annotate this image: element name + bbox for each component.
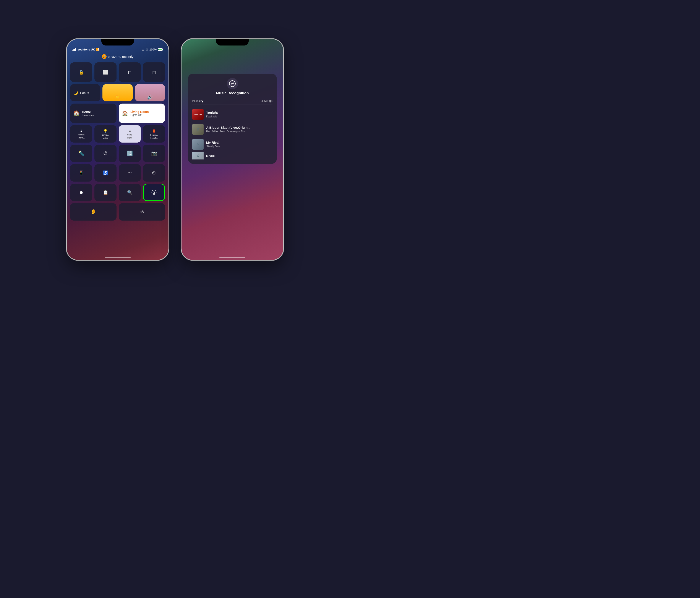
songs-count: 4 Songs (261, 99, 272, 102)
hearing-icon: 👂 (91, 209, 96, 215)
ben-art-text: 🎵 (197, 128, 199, 130)
screen-mirror-button[interactable]: ⬜ (95, 63, 117, 82)
bigger-blast-title: A Bigger Blast (Live;Origin... (206, 126, 250, 129)
my-rival-title: My Rival (206, 141, 220, 144)
living-room-subtitle: Lights Off (130, 114, 149, 117)
focus-button[interactable]: 🌙 Focus (70, 84, 100, 101)
song-item-my-rival[interactable]: 🎶 My Rival Steely Dan (192, 137, 272, 152)
shazam-button[interactable]: Ⓢ (143, 184, 165, 201)
brute-title: Brute (206, 154, 215, 158)
magnifier-icon: 🔍 (127, 190, 132, 195)
right-screen: Music Recognition History 4 Songs kaskad… (181, 39, 283, 260)
brute-art-text: 🎵 (197, 154, 199, 157)
conser-icon: 🏮 (152, 129, 156, 133)
waveform-button[interactable]: 〰 (119, 164, 141, 182)
battery-icon (158, 48, 163, 51)
remote-button[interactable]: 📱 (70, 164, 92, 182)
kitchen-label: Kitchen (78, 134, 84, 136)
status-left: vodafone UK 📶 (72, 48, 99, 51)
accessibility-icon: ♿ (103, 170, 108, 175)
button-4[interactable]: ◻ (143, 63, 165, 82)
text-size-button[interactable]: aA (119, 203, 165, 220)
widget-history-row: History 4 Songs (192, 99, 272, 104)
ben-art-bg: 🎵 (192, 124, 204, 135)
camera-button[interactable]: 📷 (143, 145, 165, 162)
living-lights-button[interactable]: 💡 Living... Lights (95, 125, 117, 143)
signal-bar-2 (73, 49, 74, 51)
song-art-steely: 🎶 (192, 139, 204, 150)
signal-bars (72, 48, 76, 51)
right-home-indicator[interactable] (219, 257, 245, 258)
focus-label: Focus (80, 91, 89, 95)
left-iphone: vodafone UK 📶 ▲ ⊙ 100% 🎤 (67, 39, 169, 260)
living-lights-label: Living... (102, 134, 109, 136)
notch (101, 39, 134, 46)
brightness-slider[interactable]: ☀️ (102, 84, 132, 101)
widget-title: Music Recognition (216, 91, 249, 95)
volume-slider[interactable]: 🔊 (135, 84, 165, 101)
song-art-kaskade: kaskade (192, 109, 204, 120)
record-button[interactable]: ⏺ (70, 184, 92, 201)
calculator-button[interactable]: 🔢 (119, 145, 141, 162)
media-row: 📱 ♿ 〰 ⏲ (70, 164, 165, 182)
shazam-icon: Ⓢ (151, 189, 157, 196)
song-art-brute: 🎵 (192, 152, 204, 160)
last-row: 👂 aA (70, 203, 165, 220)
battery-percentage: 100% (149, 48, 157, 51)
living-room-icon: 🏠 (122, 110, 128, 116)
moon-icon: 🌙 (73, 90, 78, 95)
song-item-brute[interactable]: 🎵 Brute (192, 152, 272, 160)
timer-button[interactable]: ⏱ (95, 145, 117, 162)
home-button[interactable]: 🏠 Home Favourites (70, 103, 117, 123)
living-room-text: Living Room Lights Off (130, 110, 149, 117)
conser-button[interactable]: 🏮 Conser... HomeP... (143, 125, 165, 143)
music-recognition-widget[interactable]: Music Recognition History 4 Songs kaskad… (188, 74, 277, 164)
bigger-blast-artist: Ben Miller Feat. Dominique Dod... (206, 130, 250, 133)
icon-4: ◻ (152, 70, 156, 75)
left-background: vodafone UK 📶 ▲ ⊙ 100% 🎤 (67, 39, 169, 260)
flashlight-button[interactable]: 🔦 (70, 145, 92, 162)
text-size-icon: aA (140, 210, 144, 214)
shazam-banner-text: Shazam, recently (108, 55, 133, 58)
home-title: Home (82, 110, 94, 114)
magnifier-button[interactable]: 🔍 (119, 184, 141, 201)
living-room-lights-button[interactable]: 🏠 Living Room Lights Off (119, 103, 165, 123)
lock-rotation-icon: 🔒 (79, 70, 84, 75)
shazam-banner[interactable]: 🎤 Shazam, recently (67, 53, 169, 61)
flashlight-icon: 🔦 (78, 150, 84, 156)
wifi-icon: 📶 (96, 48, 99, 51)
kitchen-therm-button[interactable]: 🌡 Kitchen Therm... (70, 125, 92, 143)
button-3[interactable]: ◻ (119, 63, 141, 82)
app-row: ⏺ 📋 🔍 Ⓢ (70, 184, 165, 201)
location-icon: ▲ (142, 48, 145, 51)
tools-row: 🔦 ⏱ 🔢 📷 (70, 145, 165, 162)
smart-home-row: 🌡 Kitchen Therm... 💡 Living... Lights ≡ … (70, 125, 165, 143)
conser-label: Conser... (150, 134, 158, 136)
song-item-bigger-blast[interactable]: 🎵 A Bigger Blast (Live;Origin... Ben Mil… (192, 122, 272, 137)
kaskade-art-text: kaskade (194, 114, 202, 116)
icon-3: ◻ (128, 70, 132, 75)
tonight-artist: Kaskade (206, 115, 218, 118)
notes-button[interactable]: 📋 (95, 184, 117, 201)
home-indicator[interactable] (105, 257, 131, 258)
status-right: ▲ ⊙ 100% (142, 48, 163, 51)
stopwatch-icon: ⏲ (152, 170, 156, 175)
widget-header: Music Recognition (192, 78, 272, 95)
living-room-title: Living Room (130, 110, 149, 114)
song-item-tonight[interactable]: kaskade Tonight Kaskade (192, 107, 272, 122)
my-rival-info: My Rival Steely Dan (206, 141, 220, 148)
my-rival-artist: Steely Dan (206, 145, 220, 148)
study-lights-sub: Lights (127, 137, 132, 139)
study-lights-button[interactable]: ≡ Study Lights (119, 125, 141, 143)
notes-icon: 📋 (103, 190, 108, 195)
stopwatch-button[interactable]: ⏲ (143, 164, 165, 182)
home-icon: 🏠 (73, 110, 80, 116)
shazam-logo (227, 78, 238, 89)
hearing-button[interactable]: 👂 (70, 203, 117, 220)
kitchen-sub: Therm... (78, 137, 85, 139)
study-lights-label: Study (127, 134, 132, 136)
shazam-logo-svg (229, 80, 236, 87)
screen-lock-button[interactable]: 🔒 (70, 63, 92, 82)
signal-bar-4 (75, 48, 76, 51)
accessibility-button[interactable]: ♿ (95, 164, 117, 182)
